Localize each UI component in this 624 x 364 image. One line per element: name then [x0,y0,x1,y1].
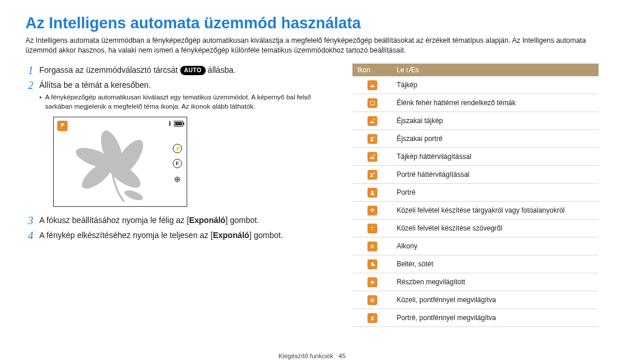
svg-point-11 [373,172,375,174]
step-4-text-b: ] gombot. [249,231,283,240]
svg-point-15 [372,208,373,210]
table-row: Beltér, sötét [352,255,599,273]
square-icon [367,98,377,108]
table-row: Éjszakai tájkép [352,112,599,130]
table-cell-desc: Közeli, pontfénnyel megvilágítva [392,291,599,309]
svg-point-23 [372,316,373,318]
table-cell-icon [352,202,392,220]
step-3-text-b: ] gombot. [225,216,259,225]
table-cell-desc: Részben megvilágított [392,273,599,291]
svg-point-10 [373,154,375,156]
mountain-icon [367,80,377,90]
step-2-note: A fényképezőgép automatikusan kiválaszt … [39,93,334,111]
close-spot-icon [367,295,377,305]
page-footer: Kiegészítő funkciók 45 [0,352,624,359]
port-sun-icon [367,170,377,180]
svg-point-7 [373,118,374,120]
table-row: Részben megvilágított [352,273,599,291]
step-4-text-a: A fénykép elkészítéséhez nyomja le telje… [39,231,213,240]
footer-section: Kiegészítő funkciók [278,352,333,359]
svg-point-8 [371,137,373,139]
table-cell-icon [352,309,392,327]
svg-point-18 [373,209,374,210]
step-1: Forgassa az üzemmódválasztó tárcsát AUTO… [25,65,334,76]
preview-subject-flower-icon [65,127,164,204]
battery-icon [174,121,183,127]
svg-point-17 [370,209,372,210]
table-cell-desc: Közeli felvétel készítése tárgyakról vag… [392,202,599,220]
scene-icon-table: Ikon Le rÆs TájképÉlénk fehér háttérrel … [352,64,599,327]
timer-icon: F [173,159,182,168]
table-cell-icon: T [352,220,392,237]
table-row: Tájkép [352,76,599,94]
right-column: Ikon Le rÆs TájképÉlénk fehér háttérrel … [352,64,599,327]
table-cell-icon [352,184,392,202]
svg-point-14 [372,209,373,210]
table-cell-icon [352,255,392,273]
table-cell-desc: Tájkép [392,76,599,94]
signal-icon [169,121,170,126]
table-cell-icon [352,291,392,309]
table-cell-icon [352,166,392,184]
preview-status-row [169,121,183,127]
svg-point-9 [374,136,375,138]
svg-point-13 [372,191,374,193]
left-column: Forgassa az üzemmódválasztó tárcsát AUTO… [25,64,334,327]
table-cell-icon [352,94,392,112]
table-cell-desc: Éjszakai tájkép [392,112,599,130]
night-port-icon [367,134,377,144]
page-title: Az Intelligens automata üzemmód használa… [25,15,599,32]
table-cell-icon [352,130,392,148]
table-cell-desc: Éjszakai portré [392,130,599,148]
spotlight-icon [367,277,377,287]
table-cell-icon [352,148,392,166]
auto-mode-chip-icon: AUTO [180,66,206,75]
table-row: Közeli, pontfénnyel megvilágítva [352,291,599,309]
table-cell-desc: Portré, pontfénnyel megvilágítva [392,309,599,327]
table-row: Portré háttérvilágítással [352,166,599,184]
table-row: Alkony [352,237,599,255]
two-column-layout: Forgassa az üzemmódválasztó tárcsát AUTO… [25,64,599,327]
intro-paragraph: Az Intelligens automata üzemmódban a fén… [25,36,599,55]
step-1-text-b: állásba. [208,65,236,75]
table-cell-desc: Portré [392,184,599,202]
mtn-sun-icon [367,152,377,162]
table-row: TKözeli felvétel készítése szövegről [352,220,599,237]
svg-point-20 [371,281,374,284]
svg-point-24 [374,315,375,317]
port-spot-icon [367,313,377,323]
table-row: Portré [352,184,599,202]
footer-page-number: 45 [339,352,346,359]
table-cell-icon [352,76,392,94]
zoom-icon: ⊕ [174,174,181,185]
manual-page: Az Intelligens automata üzemmód használa… [0,0,624,364]
step-2: Állítsa be a témát a keresőben. A fényké… [25,80,334,207]
face-icon [367,188,377,198]
night-mtn-icon [367,116,377,126]
table-cell-desc: Alkony [392,237,599,255]
table-cell-desc: Közeli felvétel készítése szövegről [392,220,599,237]
table-row: Közeli felvétel készítése tárgyakról vag… [352,202,599,220]
table-cell-desc: Beltér, sötét [392,255,599,273]
text-icon: T [367,224,377,233]
step-2-text: Állítsa be a témát a keresőben. [39,80,151,90]
table-row: Tájkép háttérvilágítással [352,148,599,166]
table-cell-icon [352,112,392,130]
step-3-button-name: Exponáló [189,216,225,225]
svg-point-21 [372,299,374,301]
table-cell-icon [352,273,392,291]
sunset-icon [367,242,377,251]
th-icon: Ikon [352,64,392,76]
step-4: A fénykép elkészítéséhez nyomja le telje… [25,230,334,242]
preview-side-icons: ⚡ F ⊕ [173,144,182,185]
table-row: Élénk fehér háttérrel rendelkező témák [352,94,599,112]
step-3-text-a: A fókusz beállításához nyomja le félig a… [39,216,189,225]
table-row: Portré, pontfénnyel megvilágítva [352,309,599,327]
table-cell-desc: Portré háttérvilágítással [392,166,599,184]
svg-text:T: T [371,226,373,230]
step-1-text-a: Forgassa az üzemmódválasztó tárcsát [39,65,180,75]
svg-rect-6 [370,101,374,105]
table-row: Éjszakai portré [352,130,599,148]
flower-icon [367,206,377,216]
svg-point-16 [372,210,373,212]
